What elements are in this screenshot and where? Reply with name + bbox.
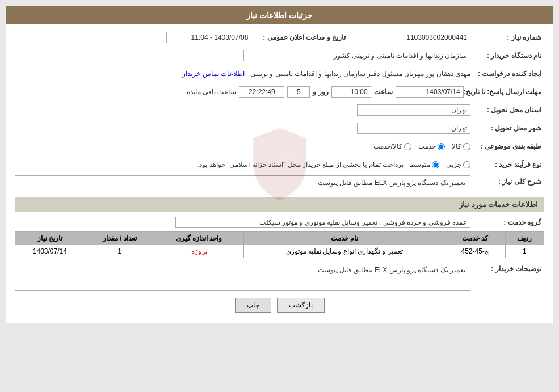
province-row: استان محل تحویل : تهران xyxy=(15,103,544,117)
org-value-area: سازمان زندانها و اقدامات تامینی و تربیتی… xyxy=(15,50,470,61)
main-card: جزئیات اطلاعات نیاز شماره نیاز : 1103003… xyxy=(6,6,553,323)
org-label: نام دستگاه خریدار : xyxy=(470,52,544,60)
remaining-label: ساعت باقی مانده xyxy=(187,88,237,96)
buyer-desc-text: تعمیر یک دستگاه پژو پارس ELX مطابق فایل … xyxy=(318,266,465,274)
description-box: تعمیر یک دستگاه پژو پارس ELX مطابق فایل … xyxy=(15,175,470,192)
need-number-row: شماره نیاز : 1103003002000441 تاریخ و سا… xyxy=(15,30,544,45)
category-label: طبقه بندی موضوعی : xyxy=(470,142,544,150)
deadline-time-field: 10:00 xyxy=(331,86,371,98)
deadline-days-label: روز و xyxy=(313,88,328,96)
category-kala-label: کالا xyxy=(452,142,461,150)
cell-row-num: 1 xyxy=(505,245,544,258)
org-field: سازمان زندانها و اقدامات تامینی و تربیتی… xyxy=(243,50,470,61)
creator-link[interactable]: اطلاعات تماس خریدار xyxy=(182,70,245,78)
table-header: ردیف کد خدمت نام خدمت واحد اندازه گیری ت… xyxy=(15,232,544,245)
need-number-label: شماره نیاز : xyxy=(470,33,544,41)
date-announce-label: تاریخ و ساعت اعلان عمومی : xyxy=(263,33,346,41)
city-value-area: تهران xyxy=(15,123,470,134)
cell-need-date: 1403/07/14 xyxy=(15,245,85,258)
table-row: 1 چ-45-452 تعمیر و نگهداری انواع وسایل ن… xyxy=(15,245,544,258)
process-motevaset-label: متوسط xyxy=(409,161,430,168)
province-field: تهران xyxy=(357,104,470,116)
need-number-value-area: 1103003002000441 تاریخ و ساعت اعلان عموم… xyxy=(15,32,470,43)
col-service-name: نام خدمت xyxy=(243,232,445,245)
buyer-desc-box: تعمیر یک دستگاه پژو پارس ELX مطابق فایل … xyxy=(15,263,470,291)
need-number-field: 1103003002000441 xyxy=(380,32,470,43)
deadline-date-field: 1403/07/14 xyxy=(396,86,464,98)
card-body: شماره نیاز : 1103003002000441 تاریخ و سا… xyxy=(6,24,553,323)
category-khedmat-radio[interactable] xyxy=(438,143,445,150)
buyer-desc-row: توضیحات خریدار : تعمیر یک دستگاه پژو پار… xyxy=(15,263,544,291)
city-label: شهر محل تحویل : xyxy=(470,124,544,132)
cell-service-code: چ-45-452 xyxy=(445,245,505,258)
creator-value-area: مهدی دهقان پور مهریان مسئول دفتر سازمان … xyxy=(15,70,470,78)
process-label: نوع فرآیند خرید : xyxy=(470,161,544,168)
buyer-desc-label: توضیحات خریدار : xyxy=(470,263,544,273)
col-unit: واحد اندازه گیری xyxy=(154,232,243,245)
cell-quantity: 1 xyxy=(85,245,154,258)
category-row: طبقه بندی موضوعی : کالا خدمت کالا/خدمت xyxy=(15,139,544,154)
category-kala-radio[interactable] xyxy=(463,143,470,150)
org-row: نام دستگاه خریدار : سازمان زندانها و اقد… xyxy=(15,48,544,63)
process-note: پرداخت تمام یا بخشی از مبلغ خریداز محل "… xyxy=(197,161,404,168)
province-value-area: تهران xyxy=(15,104,470,116)
process-jozi-label: جزیی xyxy=(446,161,461,168)
category-option-kala-khedmat: کالا/خدمت xyxy=(373,142,411,150)
group-service-label: گروه خدمت : xyxy=(470,218,544,226)
category-options: کالا خدمت کالا/خدمت xyxy=(15,142,470,150)
creator-label: ایجاد کننده درخواست : xyxy=(470,70,544,78)
province-label: استان محل تحویل : xyxy=(470,106,544,114)
process-option-jozi: جزیی xyxy=(446,161,470,168)
process-options: جزیی متوسط xyxy=(409,161,470,168)
group-service-row: گروه خدمت : عمده فروشی و خرده فروشی : تع… xyxy=(15,217,544,228)
print-button[interactable]: چاپ xyxy=(235,298,271,313)
process-value-area: جزیی متوسط پرداخت تمام یا بخشی از مبلغ خ… xyxy=(15,161,470,168)
col-need-date: تاریخ نیاز xyxy=(15,232,85,245)
col-quantity: تعداد / مقدار xyxy=(85,232,154,245)
city-row: شهر محل تحویل : تهران xyxy=(15,121,544,136)
process-motevaset-radio[interactable] xyxy=(432,161,439,168)
description-value-area: تعمیر یک دستگاه پژو پارس ELX مطابق فایل … xyxy=(15,175,470,192)
creator-row: ایجاد کننده درخواست : مهدی دهقان پور مهر… xyxy=(15,66,544,81)
button-group: بازگشت چاپ xyxy=(15,298,544,313)
deadline-days-field: 5 xyxy=(287,86,310,98)
cell-service-name: تعمیر و نگهداری انواع وسایل نقلیه موتوری xyxy=(243,245,445,258)
date-announce-value: 1403/07/08 - 11:04 xyxy=(166,32,251,43)
buyer-desc-value-area: تعمیر یک دستگاه پژو پارس ELX مطابق فایل … xyxy=(15,263,470,291)
col-service-code: کد خدمت xyxy=(445,232,505,245)
col-row-num: ردیف xyxy=(505,232,544,245)
services-section-header: اطلاعات خدمات مورد نیاز xyxy=(15,197,544,212)
category-kala-khedmat-label: کالا/خدمت xyxy=(373,142,402,150)
cell-unit: پروژه xyxy=(154,245,243,258)
city-field: تهران xyxy=(357,123,470,134)
description-label: شرح کلی نیاز : xyxy=(470,175,544,186)
page-title: جزئیات اطلاعات نیاز xyxy=(6,6,553,24)
category-option-khedmat: خدمت xyxy=(418,142,445,150)
category-khedmat-label: خدمت xyxy=(418,142,436,150)
remaining-time: 22:22:49 ساعت باقی مانده xyxy=(187,86,285,98)
page-wrapper: جزئیات اطلاعات نیاز شماره نیاز : 1103003… xyxy=(0,0,559,392)
creator-text: مهدی دهقان پور مهریان مسئول دفتر سازمان … xyxy=(250,70,470,78)
deadline-label: مهلت ارسال پاسخ: تا تاریخ: xyxy=(464,88,544,96)
group-service-value-area: عمده فروشی و خرده فروشی : تعمیر وسایل نق… xyxy=(15,217,470,228)
process-option-motevaset: متوسط xyxy=(409,161,439,168)
services-table: ردیف کد خدمت نام خدمت واحد اندازه گیری ت… xyxy=(15,231,544,258)
deadline-time-label: ساعت xyxy=(374,88,393,96)
description-row: شرح کلی نیاز : تعمیر یک دستگاه پژو پارس … xyxy=(15,175,544,192)
description-text: تعمیر یک دستگاه پژو پارس ELX مطابق فایل … xyxy=(318,179,465,187)
back-button[interactable]: بازگشت xyxy=(277,298,325,313)
deadline-value-area: 1403/07/14 ساعت 10:00 روز و 5 22:22:49 س… xyxy=(15,86,464,98)
table-body: 1 چ-45-452 تعمیر و نگهداری انواع وسایل ن… xyxy=(15,245,544,258)
category-kala-khedmat-radio[interactable] xyxy=(404,143,411,150)
process-jozi-radio[interactable] xyxy=(463,161,470,168)
group-service-field: عمده فروشی و خرده فروشی : تعمیر وسایل نق… xyxy=(175,217,470,228)
remaining-time-field: 22:22:49 xyxy=(239,86,284,98)
process-row: نوع فرآیند خرید : جزیی متوسط xyxy=(15,157,544,172)
deadline-row: مهلت ارسال پاسخ: تا تاریخ: 1403/07/14 سا… xyxy=(15,85,544,99)
category-option-kala: کالا xyxy=(452,142,470,150)
